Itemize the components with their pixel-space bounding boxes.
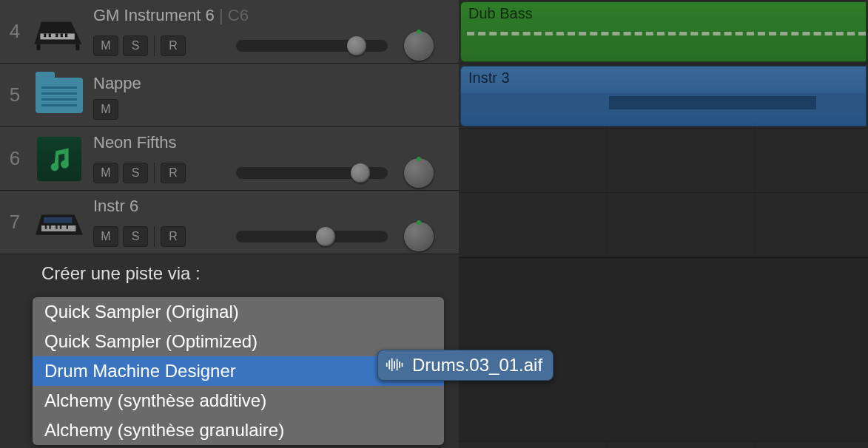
menu-item-alchemy-granular[interactable]: Alchemy (synthèse granulaire) bbox=[33, 415, 444, 445]
track-number: 4 bbox=[0, 20, 30, 43]
svg-rect-14 bbox=[55, 225, 57, 229]
svg-rect-17 bbox=[386, 363, 388, 367]
mute-button[interactable]: M bbox=[93, 35, 118, 56]
piano-icon bbox=[30, 2, 89, 61]
menu-item-quick-sampler-original[interactable]: Quick Sampler (Original) bbox=[33, 297, 444, 327]
region-name: Dub Bass bbox=[468, 5, 533, 21]
svg-rect-6 bbox=[65, 33, 67, 37]
slider-thumb[interactable] bbox=[347, 36, 366, 55]
svg-rect-22 bbox=[399, 362, 400, 368]
menu-item-alchemy-additive[interactable]: Alchemy (synthèse additive) bbox=[33, 386, 444, 415]
mute-button[interactable]: M bbox=[93, 99, 118, 120]
svg-rect-4 bbox=[55, 33, 58, 37]
svg-marker-0 bbox=[34, 21, 81, 44]
pan-knob[interactable] bbox=[404, 158, 434, 188]
track-name[interactable]: GM Instrument 6 | C6 bbox=[93, 6, 451, 25]
record-button[interactable]: R bbox=[161, 226, 186, 247]
svg-rect-15 bbox=[60, 225, 61, 229]
track-name[interactable]: Nappe bbox=[93, 74, 451, 93]
region-instr-3[interactable]: Instr 3 bbox=[460, 66, 867, 126]
folder-icon bbox=[30, 66, 89, 125]
mute-button[interactable]: M bbox=[93, 163, 118, 183]
track-number: 7 bbox=[0, 211, 30, 234]
track-name[interactable]: Neon Fifths bbox=[93, 133, 451, 152]
svg-rect-8 bbox=[75, 44, 79, 50]
slider-thumb[interactable] bbox=[351, 163, 370, 183]
svg-rect-19 bbox=[391, 359, 393, 371]
dragged-audio-file[interactable]: Drums.03_01.aif bbox=[377, 350, 554, 381]
track-number: 6 bbox=[0, 147, 30, 170]
mute-button[interactable]: M bbox=[93, 226, 118, 247]
svg-rect-20 bbox=[394, 361, 395, 368]
dragged-file-name: Drums.03_01.aif bbox=[412, 355, 542, 376]
pan-knob[interactable] bbox=[404, 222, 434, 251]
waveform-icon bbox=[386, 357, 405, 373]
svg-rect-7 bbox=[37, 44, 41, 50]
record-button[interactable]: R bbox=[161, 35, 186, 56]
track-row[interactable]: 4 GM Instrument 6 | C6 bbox=[0, 0, 459, 64]
slider-thumb[interactable] bbox=[316, 227, 335, 246]
synth-icon bbox=[30, 193, 89, 252]
svg-rect-21 bbox=[397, 359, 398, 371]
volume-slider[interactable] bbox=[236, 231, 388, 242]
track-row[interactable]: 7 Instr 6 M bbox=[0, 191, 459, 254]
track-name[interactable]: Instr 6 bbox=[93, 197, 451, 216]
solo-button[interactable]: S bbox=[123, 35, 148, 56]
volume-slider[interactable] bbox=[236, 167, 388, 179]
svg-rect-13 bbox=[49, 225, 50, 229]
record-button[interactable]: R bbox=[161, 163, 186, 183]
create-track-title: Créer une piste via : bbox=[33, 256, 444, 291]
svg-rect-16 bbox=[67, 225, 68, 229]
svg-rect-23 bbox=[402, 363, 403, 367]
svg-rect-5 bbox=[61, 33, 63, 37]
pan-knob[interactable] bbox=[404, 31, 434, 61]
svg-rect-10 bbox=[44, 217, 72, 223]
svg-rect-18 bbox=[388, 360, 390, 369]
music-note-icon bbox=[30, 129, 89, 189]
track-row[interactable]: 6 Neon Fifths M S R bbox=[0, 127, 459, 191]
region-name: Instr 3 bbox=[468, 69, 510, 86]
solo-button[interactable]: S bbox=[123, 226, 148, 247]
track-row[interactable]: 5 Nappe M bbox=[0, 64, 459, 127]
svg-rect-2 bbox=[44, 33, 46, 37]
volume-slider[interactable] bbox=[236, 40, 388, 52]
svg-rect-12 bbox=[45, 225, 47, 229]
track-number: 5 bbox=[0, 84, 30, 106]
solo-button[interactable]: S bbox=[123, 163, 148, 183]
svg-rect-3 bbox=[49, 33, 51, 37]
arrange-area[interactable]: Dub Bass Instr 3 bbox=[459, 0, 868, 448]
region-dub-bass[interactable]: Dub Bass bbox=[460, 1, 867, 62]
